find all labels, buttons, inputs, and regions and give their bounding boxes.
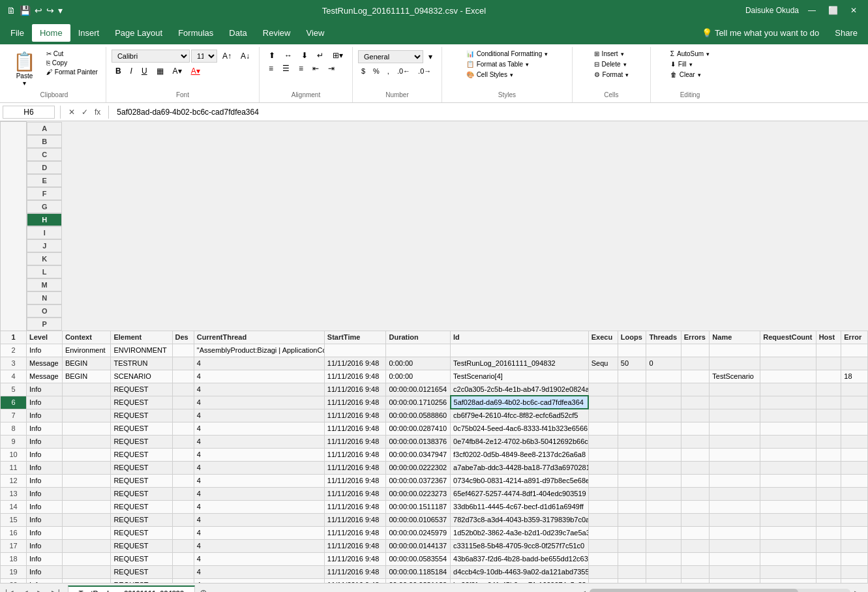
table-cell[interactable] (681, 409, 710, 422)
sheet-nav-next[interactable]: ► (33, 587, 46, 593)
table-cell[interactable] (841, 565, 868, 578)
table-cell[interactable] (841, 461, 868, 474)
row-number-cell[interactable]: 8 (1, 422, 27, 435)
menu-insert[interactable]: Insert (70, 24, 108, 42)
table-cell[interactable] (760, 539, 816, 552)
table-cell[interactable] (172, 448, 194, 461)
number-format-expand[interactable]: ▾ (425, 51, 436, 63)
table-cell[interactable]: 4 (194, 435, 324, 448)
table-cell[interactable] (841, 383, 868, 396)
table-cell[interactable]: Context (62, 331, 111, 344)
table-cell[interactable] (588, 500, 618, 513)
table-cell[interactable] (618, 370, 646, 383)
table-cell[interactable] (681, 552, 710, 565)
menu-file[interactable]: File (3, 24, 32, 42)
row-number-cell[interactable]: 3 (1, 357, 27, 370)
table-cell[interactable]: Info (27, 396, 63, 409)
table-cell[interactable]: TestScenario (710, 370, 760, 383)
row-number-cell[interactable]: 4 (1, 370, 27, 383)
table-cell[interactable] (62, 383, 111, 396)
row-number-cell[interactable]: 11 (1, 461, 27, 474)
table-cell[interactable] (618, 539, 646, 552)
row-number-cell[interactable]: 19 (1, 565, 27, 578)
table-cell[interactable]: 0c75b024-5eed-4ac6-8333-f41b323e6566 (451, 422, 589, 435)
table-cell[interactable] (172, 474, 194, 487)
table-cell[interactable]: 00:00:00.0588860 (386, 409, 451, 422)
minimize-button[interactable]: — (804, 3, 820, 18)
table-cell[interactable] (841, 513, 868, 526)
table-cell[interactable] (172, 552, 194, 565)
table-cell[interactable]: REQUEST (111, 422, 172, 435)
table-cell[interactable] (618, 500, 646, 513)
table-cell[interactable]: Info (27, 344, 63, 357)
italic-button[interactable]: I (127, 65, 136, 77)
table-cell[interactable]: f3cf0202-0d5b-4849-8ee8-2137dc26a6a8 (451, 448, 589, 461)
conditional-formatting-button[interactable]: 📊 Conditional Formatting ▾ (464, 50, 551, 58)
bold-button[interactable]: B (112, 65, 125, 77)
close-button[interactable]: ✕ (846, 3, 861, 18)
table-cell[interactable]: TestRunLog_20161111_094832 (451, 357, 589, 370)
table-cell[interactable] (841, 500, 868, 513)
table-cell[interactable] (681, 578, 710, 583)
table-cell[interactable]: 00:00:00.0138376 (386, 435, 451, 448)
table-cell[interactable] (710, 422, 760, 435)
table-cell[interactable] (841, 396, 868, 409)
cell-styles-button[interactable]: 🎨 Cell Styles ▾ (464, 70, 516, 79)
table-cell[interactable]: 0 (646, 357, 681, 370)
table-cell[interactable]: REQUEST (111, 396, 172, 409)
table-cell[interactable] (710, 448, 760, 461)
table-cell[interactable]: REQUEST (111, 526, 172, 539)
table-cell[interactable] (62, 435, 111, 448)
table-cell[interactable]: 18 (841, 370, 868, 383)
table-cell[interactable] (816, 383, 841, 396)
table-cell[interactable] (841, 435, 868, 448)
table-cell[interactable] (386, 344, 451, 357)
table-cell[interactable] (618, 552, 646, 565)
table-cell[interactable] (588, 435, 618, 448)
table-cell[interactable] (841, 422, 868, 435)
table-cell[interactable]: 4 (194, 383, 324, 396)
table-cell[interactable]: 00:00:00.0372367 (386, 474, 451, 487)
table-cell[interactable]: RequestCount (760, 331, 816, 344)
table-cell[interactable] (710, 344, 760, 357)
autosum-button[interactable]: Σ AutoSum ▾ (668, 50, 712, 58)
table-cell[interactable] (681, 487, 710, 500)
table-cell[interactable] (841, 487, 868, 500)
col-header-F[interactable]: F (27, 187, 62, 200)
table-cell[interactable] (681, 344, 710, 357)
table-cell[interactable] (62, 526, 111, 539)
delete-button[interactable]: ⊟ Delete ▾ (591, 60, 629, 68)
menu-formulas[interactable]: Formulas (170, 24, 221, 42)
table-cell[interactable] (62, 513, 111, 526)
table-cell[interactable] (816, 513, 841, 526)
align-middle-button[interactable]: ↔ (280, 50, 296, 61)
row-number-cell[interactable]: 12 (1, 474, 27, 487)
table-cell[interactable] (62, 448, 111, 461)
insert-button[interactable]: ⊞ Insert ▾ (591, 50, 627, 58)
table-cell[interactable]: 00:00:00.0144137 (386, 539, 451, 552)
table-cell[interactable] (172, 422, 194, 435)
table-cell[interactable] (710, 357, 760, 370)
table-cell[interactable] (62, 396, 111, 409)
table-cell[interactable]: ba22f0fe-e941-45b0-aa71-1609974e5c33 (451, 578, 589, 583)
table-cell[interactable]: Environment (62, 344, 111, 357)
table-cell[interactable]: Id (451, 331, 589, 344)
table-cell[interactable]: CurrentThread (194, 331, 324, 344)
fill-color-button[interactable]: A▾ (169, 65, 186, 77)
table-cell[interactable] (760, 487, 816, 500)
table-cell[interactable] (681, 513, 710, 526)
table-cell[interactable] (841, 344, 868, 357)
table-cell[interactable] (816, 552, 841, 565)
table-cell[interactable]: Info (27, 435, 63, 448)
table-cell[interactable]: 11/11/2016 9:48 (324, 357, 386, 370)
table-cell[interactable]: 1d52b0b2-3862-4a3e-b2d1-0d239c7ae5a3 (451, 526, 589, 539)
align-center-button[interactable]: ☰ (278, 63, 293, 74)
table-cell[interactable]: Info (27, 487, 63, 500)
currency-button[interactable]: $ (358, 66, 368, 76)
table-cell[interactable]: 00:00:00.0287410 (386, 422, 451, 435)
table-cell[interactable] (172, 461, 194, 474)
table-cell[interactable]: 11/11/2016 9:48 (324, 552, 386, 565)
table-cell[interactable]: 11/11/2016 9:48 (324, 539, 386, 552)
col-header-M[interactable]: M (27, 278, 62, 291)
table-cell[interactable] (172, 370, 194, 383)
